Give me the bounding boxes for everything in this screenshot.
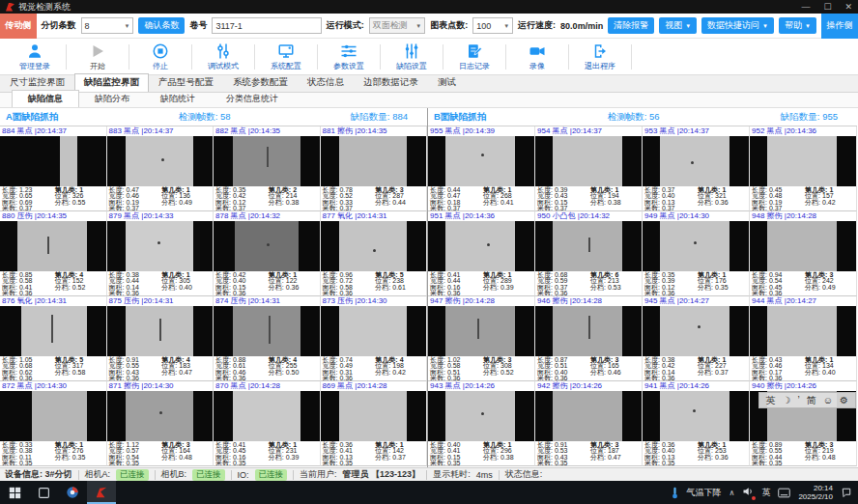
defect-settings-button[interactable]: 缺陷设置 — [381, 40, 443, 74]
start-button[interactable] — [0, 481, 29, 504]
task-view-button[interactable] — [29, 481, 58, 504]
tab-defect-monitor[interactable]: 缺陷监控界面 — [74, 73, 149, 92]
subtab-class-stats[interactable]: 分类信息统计 — [211, 91, 294, 107]
subtab-defect-stats[interactable]: 缺陷统计 — [145, 91, 211, 107]
defect-thumbnail-image[interactable] — [535, 306, 642, 356]
tab-test[interactable]: 测试 — [428, 73, 466, 92]
ime-english-toggle[interactable]: 英 — [766, 394, 776, 407]
defect-cell[interactable]: 954 黑点 |20:14:37 长度: 0.39 宽度: 0.43 面积: 0… — [535, 126, 643, 211]
view-menu-button[interactable]: 视图▼ — [659, 17, 697, 34]
volume-icon[interactable] — [742, 486, 754, 499]
gear-icon[interactable]: ⚙ — [840, 395, 848, 406]
defect-thumbnail-image[interactable] — [107, 221, 214, 271]
tab-edge-data[interactable]: 边部数据记录 — [354, 73, 428, 92]
defect-cell[interactable]: 878 黑点 |20:14:32 长度: 0.42 宽度: 0.40 面积: 0… — [214, 211, 321, 296]
defect-cell[interactable]: 873 压伤 |20:14:30 长度: 0.74 宽度: 0.49 面积: 0… — [321, 296, 428, 381]
moon-icon[interactable]: ☽ — [783, 395, 791, 406]
defect-cell[interactable]: 947 擦伤 |20:14:28 长度: 1.02 宽度: 0.58 面积: 0… — [428, 296, 535, 381]
defect-cell[interactable]: 875 压伤 |20:14:31 长度: 0.91 宽度: 0.55 面积: 0… — [107, 296, 214, 381]
tab-status-info[interactable]: 状态信息 — [298, 73, 354, 92]
defect-thumbnail-image[interactable] — [107, 136, 214, 186]
touch-keyboard-icon[interactable] — [778, 488, 790, 498]
defect-thumbnail-image[interactable] — [0, 136, 106, 186]
start-button[interactable]: 开始 — [67, 40, 129, 74]
defect-cell[interactable]: 955 黑点 |20:14:39 长度: 0.44 宽度: 0.47 面积: 0… — [428, 126, 535, 211]
log-record-button[interactable]: 日志记录 — [443, 40, 505, 74]
defect-cell[interactable]: 941 黑点 |20:14:26 长度: 0.36 宽度: 0.40 面积: 0… — [643, 381, 750, 466]
defect-cell[interactable]: 881 擦伤 |20:14:35 长度: 0.78 宽度: 0.52 面积: 0… — [321, 126, 428, 211]
defect-cell[interactable]: 869 黑点 |20:14:28 长度: 0.36 宽度: 0.41 面积: 0… — [321, 381, 428, 466]
exit-program-button[interactable]: 退出程序 — [569, 40, 631, 74]
apostrophe-icon[interactable]: ’ — [798, 395, 800, 406]
help-menu-button[interactable]: 帮助▼ — [779, 17, 816, 34]
defect-thumbnail-image[interactable] — [0, 306, 106, 356]
defect-thumbnail-image[interactable] — [107, 306, 214, 356]
defect-cell[interactable]: 877 氧化 |20:14:31 长度: 0.96 宽度: 0.72 面积: 0… — [321, 211, 428, 296]
clear-alarm-button[interactable]: 清除报警 — [608, 17, 654, 34]
tray-expand-caret[interactable]: ∧ — [729, 489, 735, 497]
ime-language-bar[interactable]: 英 ☽ ’ 简 ☺ ⚙ — [758, 392, 856, 408]
defect-cell[interactable]: 949 黑点 |20:14:30 长度: 0.35 宽度: 0.39 面积: 0… — [643, 211, 750, 296]
defect-cell[interactable]: 946 擦伤 |20:14:28 长度: 0.87 宽度: 0.51 面积: 0… — [535, 296, 643, 381]
tab-system-params[interactable]: 系统参数配置 — [223, 73, 298, 92]
defect-thumbnail-image[interactable] — [750, 136, 856, 186]
defect-thumbnail-image[interactable] — [321, 391, 427, 441]
defect-thumbnail-image[interactable] — [535, 221, 642, 271]
system-config-button[interactable]: 系统配置 — [255, 40, 317, 74]
defect-cell[interactable]: 951 黑点 |20:14:36 长度: 0.41 宽度: 0.44 面积: 0… — [428, 211, 535, 296]
stop-button[interactable]: 停止 — [129, 40, 191, 74]
defect-thumbnail-image[interactable] — [321, 136, 427, 186]
close-button[interactable]: ✕ — [844, 2, 852, 12]
defect-thumbnail-image[interactable] — [428, 221, 534, 271]
defect-cell[interactable]: 871 擦伤 |20:14:30 长度: 1.12 宽度: 0.57 面积: 0… — [107, 381, 214, 466]
drive-side-button[interactable]: 传动侧 — [0, 14, 37, 39]
operator-side-button[interactable]: 操作侧 — [821, 14, 858, 39]
defect-thumbnail-image[interactable] — [0, 391, 106, 441]
defect-cell[interactable]: 943 黑点 |20:14:26 长度: 0.40 宽度: 0.41 面积: 0… — [428, 381, 535, 466]
defect-cell[interactable]: 882 黑点 |20:14:35 长度: 0.35 宽度: 0.42 面积: 0… — [214, 126, 321, 211]
defect-cell[interactable]: 950 小凸包 |20:14:32 长度: 0.68 宽度: 0.59 面积: … — [535, 211, 643, 296]
defect-thumbnail-image[interactable] — [321, 306, 427, 356]
defect-cell[interactable]: 876 氧化 |20:14:31 长度: 1.05 宽度: 0.68 面积: 0… — [0, 296, 107, 381]
data-quick-access-button[interactable]: 数据快捷访问▼ — [701, 17, 774, 34]
defect-thumbnail-image[interactable] — [214, 306, 320, 356]
taskbar-clock[interactable]: 20:14 2025/2/10 — [798, 484, 833, 501]
defect-cell[interactable]: 948 擦伤 |20:14:28 长度: 0.94 宽度: 0.54 面积: 0… — [750, 211, 857, 296]
defect-thumbnail-image[interactable] — [321, 221, 427, 271]
defect-thumbnail-image[interactable] — [214, 136, 320, 186]
defect-thumbnail-image[interactable] — [750, 221, 856, 271]
weather-text[interactable]: 气温下降 — [687, 487, 722, 499]
defect-cell[interactable]: 942 擦伤 |20:14:26 长度: 0.91 宽度: 0.53 面积: 0… — [535, 381, 643, 466]
emoji-icon[interactable]: ☺ — [823, 395, 833, 406]
notification-center-icon[interactable] — [841, 487, 852, 498]
defect-cell[interactable]: 870 黑点 |20:14:28 长度: 0.41 宽度: 0.45 面积: 0… — [214, 381, 321, 466]
record-video-button[interactable]: 录像 — [506, 40, 568, 74]
defect-thumbnail-image[interactable] — [750, 306, 856, 356]
defect-cell[interactable]: 880 压伤 |20:14:35 长度: 0.85 宽度: 0.58 面积: 0… — [0, 211, 107, 296]
slit-count-select[interactable]: 8▼ — [81, 17, 134, 34]
defect-thumbnail-image[interactable] — [535, 136, 642, 186]
defect-thumbnail-image[interactable] — [214, 391, 320, 441]
defect-cell[interactable]: 872 黑点 |20:14:30 长度: 0.33 宽度: 0.38 面积: 0… — [0, 381, 107, 466]
parameter-settings-button[interactable]: 参数设置 — [318, 40, 380, 74]
debug-mode-button[interactable]: 调试模式 — [192, 40, 254, 74]
defect-cell[interactable]: 874 压伤 |20:14:31 长度: 0.88 宽度: 0.61 面积: 0… — [214, 296, 321, 381]
taskbar-app-inspection[interactable] — [87, 481, 116, 504]
defect-cell[interactable]: 944 黑点 |20:14:27 长度: 0.43 宽度: 0.46 面积: 0… — [750, 296, 857, 381]
defect-cell[interactable]: 945 黑点 |20:14:27 长度: 0.38 宽度: 0.42 面积: 0… — [643, 296, 750, 381]
roll-number-input[interactable]: 3117-1 — [212, 17, 321, 34]
defect-cell[interactable]: 952 黑点 |20:14:36 长度: 0.45 宽度: 0.48 面积: 0… — [750, 126, 857, 211]
defect-thumbnail-image[interactable] — [643, 306, 749, 356]
defect-thumbnail-image[interactable] — [643, 391, 749, 441]
subtab-defect-distribution[interactable]: 缺陷分布 — [79, 91, 145, 107]
minimize-button[interactable]: — — [801, 2, 810, 12]
chart-points-select[interactable]: 100▼ — [472, 17, 513, 34]
defect-thumbnail-image[interactable] — [535, 391, 642, 441]
admin-login-button[interactable]: 管理登录 — [4, 40, 66, 74]
subtab-defect-info[interactable]: 缺陷信息 — [12, 90, 79, 107]
defect-thumbnail-image[interactable] — [0, 221, 106, 271]
confirm-count-button[interactable]: 确认条数 — [138, 17, 185, 34]
defect-cell[interactable]: 883 黑点 |20:14:37 长度: 0.47 宽度: 0.46 面积: 0… — [107, 126, 214, 211]
defect-thumbnail-image[interactable] — [214, 221, 320, 271]
ime-simplified-toggle[interactable]: 简 — [807, 394, 816, 407]
